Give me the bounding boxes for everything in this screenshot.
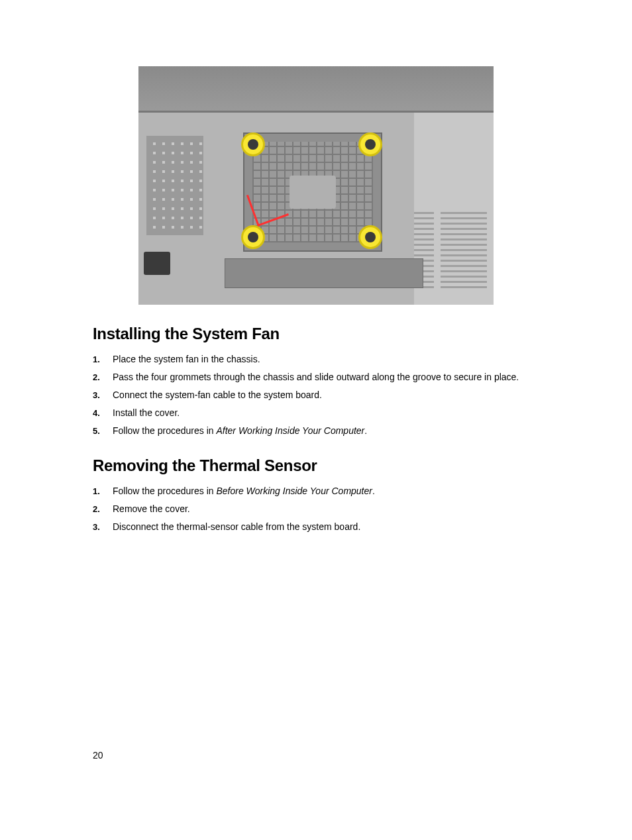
step-item: 2. Pass the four grommets through the ch…: [93, 370, 539, 384]
figure-io-panel: [225, 258, 423, 288]
figure-psu-socket: [144, 252, 170, 275]
step-text-pre: Follow the procedures in: [113, 486, 216, 496]
step-text-italic: Before Working Inside Your Computer: [216, 486, 372, 496]
figure-grommet-bottom-left: [241, 225, 265, 249]
step-number: 4.: [93, 407, 113, 420]
figure-vent-grid: [146, 136, 203, 235]
step-item: 2. Remove the cover.: [93, 502, 539, 516]
step-text: Remove the cover.: [113, 502, 539, 516]
step-text: Disconnect the thermal-sensor cable from…: [113, 520, 539, 534]
step-text: Install the cover.: [113, 406, 539, 420]
step-text-post: .: [364, 425, 367, 436]
step-item: 1. Follow the procedures in Before Worki…: [93, 484, 539, 498]
figure-grommet-bottom-right: [358, 225, 382, 249]
figure-system-fan-chassis: [138, 66, 494, 305]
step-text-post: .: [372, 486, 375, 496]
figure-grommet-top-left: [241, 132, 265, 156]
step-item: 1. Place the system fan in the chassis.: [93, 352, 539, 366]
step-text: Pass the four grommets through the chass…: [113, 370, 539, 384]
step-item: 3. Disconnect the thermal-sensor cable f…: [93, 520, 539, 534]
step-text-italic: After Working Inside Your Computer: [216, 425, 364, 436]
step-number: 1.: [93, 485, 113, 498]
step-text: Follow the procedures in After Working I…: [113, 424, 539, 438]
step-text: Place the system fan in the chassis.: [113, 352, 539, 366]
step-number: 2.: [93, 503, 113, 516]
step-number: 2.: [93, 371, 113, 384]
step-item: 3. Connect the system-fan cable to the s…: [93, 388, 539, 402]
step-text-pre: Follow the procedures in: [113, 425, 216, 436]
page-number: 20: [93, 750, 103, 761]
step-number: 3.: [93, 521, 113, 534]
heading-installing-system-fan: Installing the System Fan: [93, 325, 539, 343]
figure-fan-label: [290, 176, 336, 209]
step-item: 5. Follow the procedures in After Workin…: [93, 424, 539, 438]
step-text: Connect the system-fan cable to the syst…: [113, 388, 539, 402]
figure-side-vent: [441, 209, 487, 288]
step-number: 3.: [93, 389, 113, 402]
steps-installing-system-fan: 1. Place the system fan in the chassis. …: [93, 352, 539, 438]
figure-chassis-top: [138, 66, 494, 113]
step-number: 1.: [93, 353, 113, 366]
step-item: 4. Install the cover.: [93, 406, 539, 420]
heading-removing-thermal-sensor: Removing the Thermal Sensor: [93, 456, 539, 475]
steps-removing-thermal-sensor: 1. Follow the procedures in Before Worki…: [93, 484, 539, 534]
step-text: Follow the procedures in Before Working …: [113, 484, 539, 498]
step-number: 5.: [93, 425, 113, 438]
figure-grommet-top-right: [358, 132, 382, 156]
